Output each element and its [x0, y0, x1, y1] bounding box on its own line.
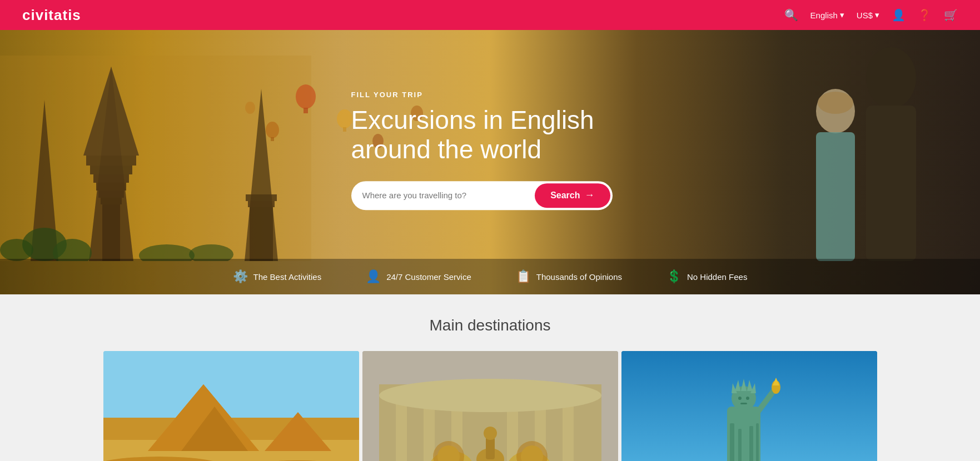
- feature-customer-service-label: 24/7 Customer Service: [386, 272, 471, 282]
- feature-best-activities: ⚙️ The Best Activities: [233, 269, 322, 284]
- hero-subtitle: FILL YOUR TRIP: [351, 91, 629, 99]
- svg-rect-8: [101, 198, 122, 204]
- svg-rect-69: [749, 426, 753, 461]
- best-activities-icon: ⚙️: [233, 269, 248, 284]
- svg-rect-21: [304, 108, 308, 113]
- svg-rect-70: [756, 423, 759, 461]
- customer-service-icon: 👤: [366, 269, 381, 284]
- search-arrow-icon: →: [585, 189, 595, 201]
- feature-opinions: 📋 Thousands of Opinions: [516, 269, 622, 284]
- destination-card-cairo[interactable]: Cairo: [103, 351, 359, 461]
- madrid-background: [362, 351, 618, 461]
- svg-rect-32: [816, 132, 855, 261]
- opinions-icon: 📋: [516, 269, 531, 284]
- search-button[interactable]: Search →: [535, 183, 610, 208]
- currency-selector[interactable]: US$ ▾: [857, 10, 879, 20]
- svg-point-33: [818, 92, 853, 114]
- svg-rect-7: [98, 191, 124, 198]
- cairo-background: [103, 351, 359, 461]
- svg-rect-4: [90, 166, 132, 174]
- svg-rect-25: [271, 137, 274, 141]
- svg-point-78: [746, 397, 749, 400]
- svg-point-20: [296, 84, 316, 109]
- svg-rect-79: [740, 403, 747, 404]
- logo[interactable]: civitatis: [22, 7, 81, 24]
- newyork-background: [621, 351, 877, 461]
- feature-best-activities-label: The Best Activities: [253, 272, 322, 282]
- cairo-scene: [103, 351, 359, 461]
- svg-rect-62: [486, 437, 495, 459]
- feature-customer-service: 👤 24/7 Customer Service: [366, 269, 471, 284]
- feature-opinions-label: Thousands of Opinions: [536, 272, 622, 282]
- svg-rect-3: [86, 156, 136, 166]
- search-input[interactable]: [351, 191, 535, 200]
- destination-card-madrid[interactable]: Madrid: [362, 351, 618, 461]
- svg-rect-9: [102, 204, 120, 261]
- no-fees-icon: 💲: [666, 269, 681, 284]
- svg-point-54: [379, 379, 601, 412]
- features-bar: ⚙️ The Best Activities 👤 24/7 Customer S…: [0, 259, 980, 294]
- hero-title: Excursions in English around the world: [351, 106, 629, 164]
- svg-point-77: [738, 397, 742, 400]
- hero-section: FILL YOUR TRIP Excursions in English aro…: [0, 30, 980, 294]
- svg-rect-5: [93, 174, 129, 183]
- svg-rect-30: [866, 106, 916, 261]
- destinations-title: Main destinations: [0, 317, 980, 334]
- svg-rect-6: [96, 183, 126, 191]
- svg-rect-23: [343, 127, 346, 132]
- svg-rect-68: [738, 429, 742, 461]
- svg-point-24: [266, 122, 279, 138]
- main-content: Main destinations: [0, 294, 980, 461]
- destination-card-newyork[interactable]: New York: [621, 351, 877, 461]
- madrid-scene: [362, 351, 618, 461]
- svg-rect-67: [730, 423, 734, 461]
- hero-content: FILL YOUR TRIP Excursions in English aro…: [351, 91, 629, 210]
- svg-point-13: [0, 239, 33, 261]
- feature-no-fees-label: No Hidden Fees: [687, 272, 747, 282]
- svg-point-29: [866, 47, 916, 108]
- search-bar: Search →: [351, 181, 613, 210]
- cart-icon[interactable]: 🛒: [944, 8, 958, 22]
- search-icon[interactable]: 🔍: [784, 8, 798, 22]
- people-illustration: [702, 44, 980, 261]
- destinations-grid: Cairo: [0, 351, 980, 461]
- svg-point-22: [337, 109, 352, 128]
- feature-no-hidden-fees: 💲 No Hidden Fees: [666, 269, 747, 284]
- help-icon[interactable]: ❓: [918, 8, 932, 22]
- svg-point-63: [484, 427, 497, 440]
- svg-point-27: [245, 102, 255, 114]
- language-selector[interactable]: English ▾: [810, 10, 844, 20]
- user-icon[interactable]: 👤: [892, 8, 906, 22]
- header-nav: 🔍 English ▾ US$ ▾ 👤 ❓ 🛒: [784, 8, 958, 22]
- header: civitatis 🔍 English ▾ US$ ▾ 👤 ❓ 🛒: [0, 0, 980, 30]
- newyork-scene: [621, 351, 877, 461]
